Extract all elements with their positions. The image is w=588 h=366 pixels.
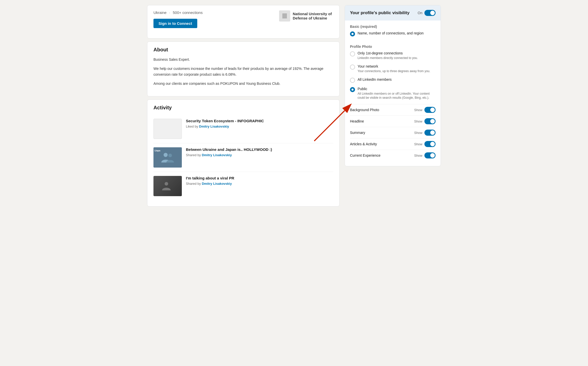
activity-thumbnail-2 xyxy=(153,147,182,168)
articles-activity-toggle-row: Articles & Activity Show xyxy=(350,138,436,150)
activity-author-3[interactable]: Dmitry Lisakovskiy xyxy=(202,182,232,186)
articles-activity-toggle[interactable] xyxy=(424,141,436,147)
radio-your-network[interactable] xyxy=(350,65,355,70)
profile-connections: 500+ connections xyxy=(173,10,203,15)
person-silhouette xyxy=(153,147,182,168)
activity-info-2: Between Ukraine and Japan is.. HOLLYWOOD… xyxy=(186,147,333,168)
list-item: Security Token Ecosystem - INFOGRAPHIC L… xyxy=(153,115,333,143)
activity-author-1[interactable]: Dmitry Lisakovskiy xyxy=(199,125,229,128)
radio-option-1st-degree[interactable]: Only 1st-degree connections LinkedIn mem… xyxy=(350,51,436,60)
visibility-toggle-slider xyxy=(424,10,436,16)
activity-thumbnail-1 xyxy=(153,119,182,139)
activity-author-2[interactable]: Dmitry Lisakovskiy xyxy=(202,153,232,157)
activity-item-title-1[interactable]: Security Token Ecosystem - INFOGRAPHIC xyxy=(186,119,333,123)
company-name: National University of Defense of Ukrain… xyxy=(293,12,333,20)
activity-meta-3: Shared by Dmitry Lisakovskiy xyxy=(186,182,333,186)
background-toggle-slider xyxy=(424,107,436,113)
summary-show-label: Show xyxy=(414,131,422,135)
activity-action-3: Shared by xyxy=(186,182,201,186)
activity-action-2: Shared by xyxy=(186,153,201,157)
profile-location: Ukraine xyxy=(153,10,167,15)
name-connections-label: Name, number of connections, and region xyxy=(358,31,424,35)
summary-toggle[interactable] xyxy=(424,130,436,136)
activity-meta-2: Shared by Dmitry Lisakovskiy xyxy=(186,153,333,157)
activity-info-1: Security Token Ecosystem - INFOGRAPHIC L… xyxy=(186,119,333,139)
1st-degree-label: Only 1st-degree connections xyxy=(358,51,418,55)
toggle-on-label: On xyxy=(418,11,422,15)
about-title: About xyxy=(153,47,333,53)
activity-action-1: Liked by xyxy=(186,125,198,128)
about-section: About Business Sales Expert. We help our… xyxy=(147,42,340,96)
headline-toggle-row: Headline Show xyxy=(350,115,436,127)
your-network-desc: Your connections, up to three degrees aw… xyxy=(358,69,430,73)
profile-meta: Ukraine · 500+ connections xyxy=(153,10,204,15)
summary-toggle-slider xyxy=(424,130,436,136)
company-info: National University of Defense of Ukrain… xyxy=(279,10,333,22)
current-experience-label: Current Experience xyxy=(350,153,381,157)
about-paragraph-1: Business Sales Expert. xyxy=(153,57,333,62)
list-item: I'm talking about a viral PR Shared by D… xyxy=(153,172,333,200)
current-experience-show-label: Show xyxy=(414,154,422,157)
headline-show-label: Show xyxy=(414,119,422,123)
profile-photo-label: Profile Photo xyxy=(350,40,436,51)
activity-item-title-3[interactable]: I'm talking about a viral PR xyxy=(186,176,333,180)
building-icon xyxy=(282,13,288,19)
headline-label: Headline xyxy=(350,119,364,123)
sidebar: Your profile's public visibility On Basi… xyxy=(345,5,441,162)
background-photo-toggle[interactable] xyxy=(424,107,436,113)
list-item: Between Ukraine and Japan is.. HOLLYWOOD… xyxy=(153,143,333,172)
company-logo xyxy=(279,10,290,22)
visibility-toggle[interactable] xyxy=(424,10,436,16)
thumbnail-image-2 xyxy=(153,147,182,168)
summary-toggle-row: Summary Show xyxy=(350,127,436,138)
visibility-body: Basic (required) Name, number of connect… xyxy=(345,21,441,166)
radio-public[interactable] xyxy=(350,87,355,92)
public-desc: All LinkedIn members on or off LinkedIn.… xyxy=(358,92,436,100)
articles-activity-label: Articles & Activity xyxy=(350,142,377,146)
radio-option-your-network[interactable]: Your network Your connections, up to thr… xyxy=(350,64,436,73)
radio-option-public[interactable]: Public All LinkedIn members on or off Li… xyxy=(350,87,436,100)
person-icon xyxy=(160,150,175,165)
activity-meta-1: Liked by Dmitry Lisakovskiy xyxy=(186,125,333,128)
activity-thumbnail-3 xyxy=(153,176,182,196)
sign-in-button[interactable]: Sign in to Connect xyxy=(153,19,197,28)
name-connections-region-option: Name, number of connections, and region xyxy=(350,31,436,36)
svg-point-0 xyxy=(164,153,168,157)
radio-1st-degree[interactable] xyxy=(350,51,355,56)
current-experience-toggle[interactable] xyxy=(424,152,436,158)
basic-required-label: Basic (required) xyxy=(350,21,436,31)
about-paragraph-2: We help our customers increase the numbe… xyxy=(153,66,333,77)
headline-toggle[interactable] xyxy=(424,118,436,124)
activity-title: Activity xyxy=(153,105,333,111)
activity-info-3: I'm talking about a viral PR Shared by D… xyxy=(186,176,333,196)
all-linkedin-label: All LinkedIn members xyxy=(358,77,392,82)
thumbnail-image-3 xyxy=(153,176,182,196)
radio-option-all-linkedin[interactable]: All LinkedIn members xyxy=(350,77,436,83)
visibility-panel: Your profile's public visibility On Basi… xyxy=(345,5,441,166)
1st-degree-desc: LinkedIn members directly connected to y… xyxy=(358,56,418,60)
name-connections-radio[interactable] xyxy=(350,31,355,36)
current-exp-toggle-slider xyxy=(424,152,436,158)
your-network-label: Your network xyxy=(358,64,430,68)
articles-toggle-slider xyxy=(424,141,436,147)
main-content: Ukraine · 500+ connections Sign in to Co… xyxy=(147,5,340,210)
visibility-header: Your profile's public visibility On xyxy=(345,5,441,21)
current-experience-toggle-row: Current Experience Show xyxy=(350,150,436,161)
profile-card: Ukraine · 500+ connections Sign in to Co… xyxy=(147,5,340,38)
activity-item-title-2[interactable]: Between Ukraine and Japan is.. HOLLYWOOD… xyxy=(186,147,333,152)
svg-point-2 xyxy=(165,182,168,186)
summary-label: Summary xyxy=(350,131,365,135)
video-placeholder-icon xyxy=(161,180,174,192)
headline-toggle-slider xyxy=(424,118,436,124)
activity-section: Activity Security Token Ecosystem - INFO… xyxy=(147,99,340,207)
articles-show-label: Show xyxy=(414,142,422,146)
svg-point-1 xyxy=(168,154,172,157)
about-paragraph-3: Among our clients are companies such as … xyxy=(153,81,333,86)
visibility-panel-title: Your profile's public visibility xyxy=(350,10,418,15)
public-label: Public xyxy=(358,87,436,91)
background-photo-toggle-row: Background Photo Show xyxy=(350,104,436,115)
background-show-label: Show xyxy=(414,108,422,112)
radio-all-linkedin[interactable] xyxy=(350,78,355,83)
background-photo-label: Background Photo xyxy=(350,108,379,112)
